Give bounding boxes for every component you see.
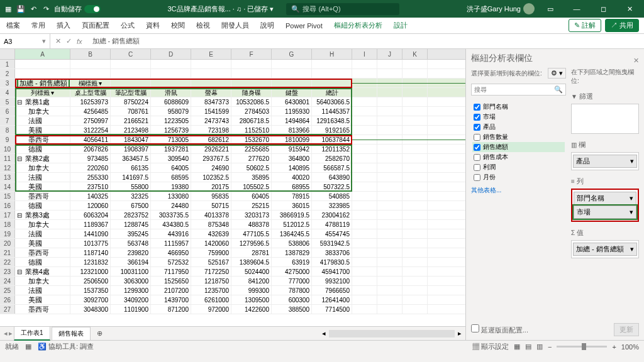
cell[interactable]	[352, 248, 377, 257]
view-normal-icon[interactable]: ▦	[514, 343, 520, 351]
cell[interactable]: 364800	[272, 154, 312, 163]
cell[interactable]: 35895	[231, 173, 272, 182]
ribbon-tab[interactable]: 設計	[392, 18, 409, 33]
cell[interactable]: 法國	[15, 229, 70, 238]
cell[interactable]	[352, 277, 377, 285]
cell[interactable]	[402, 267, 428, 276]
cell[interactable]: 1387829	[272, 248, 312, 257]
cell[interactable]: 1101900	[111, 305, 151, 314]
row-header[interactable]: 22	[0, 258, 15, 266]
row-header[interactable]: 16	[0, 201, 15, 210]
cell[interactable]: 50715	[191, 201, 231, 210]
cell[interactable]: 滑鼠	[151, 88, 191, 97]
row-header[interactable]: 4	[0, 88, 15, 97]
cell[interactable]: 323985	[312, 201, 352, 210]
cell[interactable]: 16253973	[70, 97, 111, 106]
cell[interactable]: 總計	[312, 88, 352, 97]
cell[interactable]: 4554745	[312, 229, 352, 238]
row-header[interactable]: 7	[0, 116, 15, 125]
cell[interactable]: 墨西哥	[15, 248, 70, 257]
cell[interactable]: 972000	[191, 305, 231, 314]
cell[interactable]	[352, 305, 377, 314]
autosave-toggle[interactable]: 自動儲存	[54, 4, 101, 14]
row-header[interactable]: 10	[0, 145, 15, 153]
cell[interactable]: 24690	[191, 163, 231, 172]
cell[interactable]: 507322.5	[312, 182, 352, 191]
cell[interactable]: 68955	[272, 182, 312, 191]
column-header[interactable]: K	[402, 49, 428, 59]
cell[interactable]: 572532	[151, 258, 191, 266]
cell[interactable]	[402, 154, 428, 163]
cell[interactable]: 477105.5	[231, 229, 272, 238]
cell[interactable]: 2823752	[111, 211, 151, 219]
maximize-icon[interactable]: ◻	[592, 0, 614, 18]
cell[interactable]: 美國	[15, 295, 70, 304]
cell[interactable]: 墨西哥	[15, 135, 70, 144]
cell[interactable]	[402, 116, 428, 125]
cell[interactable]: 2123498	[111, 126, 151, 134]
cell[interactable]: 19380	[151, 182, 191, 191]
cell[interactable]	[402, 201, 428, 210]
cell[interactable]	[151, 69, 191, 78]
cell[interactable]: 366194	[111, 258, 151, 266]
ribbon-tab[interactable]: 檔案	[5, 18, 21, 33]
sheet-tab-1[interactable]: 工作表1	[14, 326, 50, 341]
cell[interactable]	[402, 248, 428, 257]
cell[interactable]: 美國	[15, 239, 70, 248]
ribbon-tab[interactable]: 頁面配置	[80, 18, 111, 33]
cell[interactable]	[377, 182, 402, 191]
cell[interactable]: 787800	[272, 286, 312, 295]
cell[interactable]: 434380.5	[151, 220, 191, 229]
cell[interactable]: 5024400	[231, 267, 272, 276]
cell[interactable]: 309540	[151, 154, 191, 163]
cell[interactable]: 1532670	[231, 135, 272, 144]
cell[interactable]	[352, 116, 377, 125]
field-item[interactable]: 產品	[472, 122, 565, 132]
cell[interactable]	[402, 69, 428, 78]
cell[interactable]	[402, 305, 428, 314]
cell[interactable]: 墨西哥	[15, 192, 70, 200]
cell[interactable]: 140325	[70, 192, 111, 200]
cell[interactable]: 墨西哥	[15, 305, 70, 314]
cell[interactable]	[402, 97, 428, 106]
cell[interactable]	[352, 201, 377, 210]
cell[interactable]: 133080	[151, 192, 191, 200]
hscroll-left[interactable]: ◂	[322, 329, 326, 337]
cell[interactable]: 1420060	[191, 239, 231, 248]
cell[interactable]: 1223505	[151, 116, 191, 125]
update-button[interactable]: 更新	[614, 323, 639, 336]
cell[interactable]	[352, 126, 377, 134]
cell[interactable]	[377, 116, 402, 125]
ribbon-tab[interactable]: 樞紐分析表分析	[333, 18, 384, 33]
cell[interactable]: 6063204	[70, 211, 111, 219]
cell[interactable]: 1439700	[151, 295, 191, 304]
cell[interactable]: 759900	[191, 248, 231, 257]
row-header[interactable]: 1	[0, 60, 15, 69]
cell[interactable]	[352, 107, 377, 116]
cell[interactable]	[151, 79, 191, 87]
cell[interactable]: 1843047	[111, 135, 151, 144]
cell[interactable]	[377, 220, 402, 229]
cell[interactable]: 388500	[272, 305, 312, 314]
cell[interactable]: 4056411	[70, 135, 111, 144]
cell[interactable]: 4788119	[312, 220, 352, 229]
cell[interactable]: ⊟ 業務2處	[15, 154, 70, 163]
cell[interactable]: ⊟ 業務3處	[15, 211, 70, 219]
cell[interactable]: 加總 - 銷售總額	[15, 79, 70, 87]
cell[interactable]: 6430801	[272, 97, 312, 106]
cell[interactable]: 443916	[151, 229, 191, 238]
user-account[interactable]: 洪子盛Gary Hung	[467, 3, 535, 14]
cell[interactable]: 64005	[151, 163, 191, 172]
row-header[interactable]: 21	[0, 248, 15, 257]
field-search[interactable]: 🔍	[471, 84, 566, 96]
cell[interactable]	[352, 60, 377, 69]
zoom-level[interactable]: 100%	[621, 343, 639, 351]
row-header[interactable]: 9	[0, 135, 15, 144]
cell[interactable]: 12916348.5	[312, 116, 352, 125]
cell[interactable]	[272, 69, 312, 78]
columns-drop-zone[interactable]: 產品▾	[571, 152, 639, 170]
cell[interactable]: 7172250	[191, 267, 231, 276]
cell[interactable]: 4179830.5	[312, 258, 352, 266]
cell[interactable]	[312, 60, 352, 69]
cell[interactable]: 395245	[111, 229, 151, 238]
